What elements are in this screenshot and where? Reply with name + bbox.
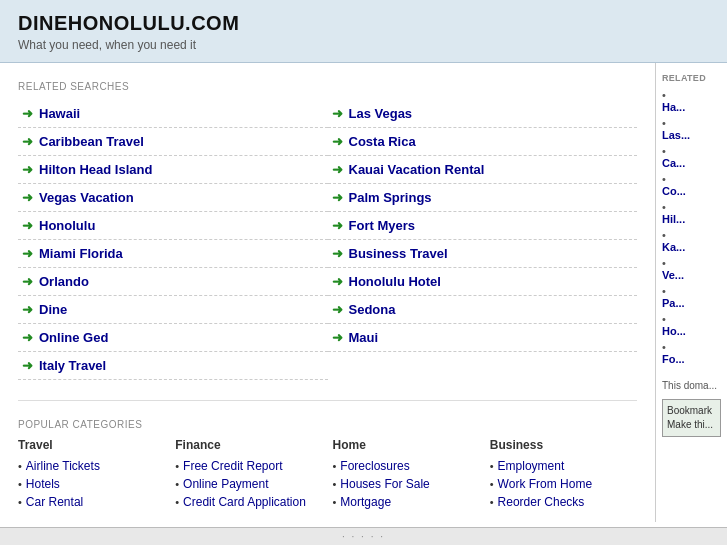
search-link-fort-myers[interactable]: Fort Myers: [349, 218, 415, 233]
list-item: Work From Home: [490, 476, 637, 491]
sidebar-related-label: RELATED: [662, 73, 721, 83]
arrow-icon: ➜: [22, 302, 33, 317]
arrow-icon: ➜: [332, 190, 343, 205]
list-item: Credit Card Application: [175, 494, 322, 509]
list-item: ➜ Business Travel: [328, 240, 638, 268]
list-item: ➜ Vegas Vacation: [18, 184, 328, 212]
list-item: Foreclosures: [333, 458, 480, 473]
searches-col1: ➜ Hawaii ➜ Caribbean Travel ➜ Hilton Hea…: [18, 100, 328, 380]
sidebar-bookmark-box[interactable]: BookmarkMake thi...: [662, 399, 721, 437]
bottom-bar: · · · · ·: [0, 527, 727, 545]
popular-categories-section: POPULAR CATEGORIES Travel Airline Ticket…: [18, 400, 637, 512]
list-item: ➜ Hawaii: [18, 100, 328, 128]
related-searches-label: RELATED SEARCHES: [18, 81, 637, 92]
sidebar-link[interactable]: Ca...: [662, 157, 721, 169]
list-item: Online Payment: [175, 476, 322, 491]
arrow-icon: ➜: [22, 190, 33, 205]
site-header: DINEHONOLULU.COM What you need, when you…: [0, 0, 727, 63]
list-item: ➜ Fort Myers: [328, 212, 638, 240]
bottom-dots: · · · · ·: [342, 531, 385, 542]
link-houses-for-sale[interactable]: Houses For Sale: [340, 477, 429, 491]
list-item: ➜ Maui: [328, 324, 638, 352]
category-travel: Travel Airline Tickets Hotels Car Rental: [18, 438, 165, 512]
search-link-dine[interactable]: Dine: [39, 302, 67, 317]
list-item: ➜ Caribbean Travel: [18, 128, 328, 156]
link-employment[interactable]: Employment: [498, 459, 565, 473]
search-link-italy-travel[interactable]: Italy Travel: [39, 358, 106, 373]
arrow-icon: ➜: [22, 330, 33, 345]
link-free-credit-report[interactable]: Free Credit Report: [183, 459, 282, 473]
search-link-palm-springs[interactable]: Palm Springs: [349, 190, 432, 205]
list-item: ➜ Kauai Vacation Rental: [328, 156, 638, 184]
search-link-costa-rica[interactable]: Costa Rica: [349, 134, 416, 149]
list-item: Hotels: [18, 476, 165, 491]
category-finance: Finance Free Credit Report Online Paymen…: [175, 438, 322, 512]
arrow-icon: ➜: [332, 162, 343, 177]
list-item: ➜ Las Vegas: [328, 100, 638, 128]
link-mortgage[interactable]: Mortgage: [340, 495, 391, 509]
search-link-maui[interactable]: Maui: [349, 330, 379, 345]
sidebar-link[interactable]: Pa...: [662, 297, 721, 309]
list-item: Car Rental: [18, 494, 165, 509]
sidebar-link[interactable]: Las...: [662, 129, 721, 141]
search-link-honolulu[interactable]: Honolulu: [39, 218, 95, 233]
sidebar-link[interactable]: Hil...: [662, 213, 721, 225]
category-heading-business: Business: [490, 438, 637, 452]
search-link-business-travel[interactable]: Business Travel: [349, 246, 448, 261]
link-work-from-home[interactable]: Work From Home: [498, 477, 592, 491]
site-subtitle: What you need, when you need it: [18, 38, 709, 52]
category-heading-travel: Travel: [18, 438, 165, 452]
search-link-las-vegas[interactable]: Las Vegas: [349, 106, 413, 121]
sidebar-link[interactable]: Fo...: [662, 353, 721, 365]
search-link-online-ged[interactable]: Online Ged: [39, 330, 108, 345]
arrow-icon: ➜: [22, 134, 33, 149]
search-link-caribbean-travel[interactable]: Caribbean Travel: [39, 134, 144, 149]
list-item: ➜ Italy Travel: [18, 352, 328, 380]
link-foreclosures[interactable]: Foreclosures: [340, 459, 409, 473]
arrow-icon: ➜: [332, 302, 343, 317]
search-link-vegas-vacation[interactable]: Vegas Vacation: [39, 190, 134, 205]
list-item: ➜ Orlando: [18, 268, 328, 296]
link-car-rental[interactable]: Car Rental: [26, 495, 83, 509]
arrow-icon: ➜: [22, 358, 33, 373]
arrow-icon: ➜: [22, 218, 33, 233]
sidebar-link[interactable]: Ho...: [662, 325, 721, 337]
sidebar-link[interactable]: Ve...: [662, 269, 721, 281]
site-title: DINEHONOLULU.COM: [18, 12, 709, 35]
list-item: Houses For Sale: [333, 476, 480, 491]
search-link-hilton-head[interactable]: Hilton Head Island: [39, 162, 152, 177]
category-home: Home Foreclosures Houses For Sale Mortga…: [333, 438, 480, 512]
search-link-honolulu-hotel[interactable]: Honolulu Hotel: [349, 274, 441, 289]
arrow-icon: ➜: [332, 274, 343, 289]
list-item: ➜ Honolulu: [18, 212, 328, 240]
list-item: Reorder Checks: [490, 494, 637, 509]
search-link-orlando[interactable]: Orlando: [39, 274, 89, 289]
search-link-sedona[interactable]: Sedona: [349, 302, 396, 317]
arrow-icon: ➜: [22, 274, 33, 289]
search-link-miami-florida[interactable]: Miami Florida: [39, 246, 123, 261]
link-credit-card[interactable]: Credit Card Application: [183, 495, 306, 509]
link-online-payment[interactable]: Online Payment: [183, 477, 268, 491]
link-reorder-checks[interactable]: Reorder Checks: [498, 495, 585, 509]
list-item: ➜ Palm Springs: [328, 184, 638, 212]
categories-grid: Travel Airline Tickets Hotels Car Rental…: [18, 438, 637, 512]
category-business: Business Employment Work From Home Reord…: [490, 438, 637, 512]
sidebar-domain-text: This doma...: [662, 379, 721, 393]
sidebar-link[interactable]: Ka...: [662, 241, 721, 253]
sidebar-link[interactable]: Co...: [662, 185, 721, 197]
list-item: ➜ Online Ged: [18, 324, 328, 352]
search-link-kauai[interactable]: Kauai Vacation Rental: [349, 162, 485, 177]
popular-categories-label: POPULAR CATEGORIES: [18, 419, 637, 430]
link-airline-tickets[interactable]: Airline Tickets: [26, 459, 100, 473]
list-item: Mortgage: [333, 494, 480, 509]
list-item: Employment: [490, 458, 637, 473]
search-link-hawaii[interactable]: Hawaii: [39, 106, 80, 121]
arrow-icon: ➜: [22, 246, 33, 261]
list-item: ➜ Sedona: [328, 296, 638, 324]
link-hotels[interactable]: Hotels: [26, 477, 60, 491]
sidebar-link[interactable]: Ha...: [662, 101, 721, 113]
right-sidebar: RELATED •Ha... •Las... •Ca... •Co... •Hi…: [655, 63, 727, 522]
main-content: RELATED SEARCHES ➜ Hawaii ➜ Caribbean Tr…: [0, 63, 655, 522]
list-item: ➜ Costa Rica: [328, 128, 638, 156]
arrow-icon: ➜: [332, 134, 343, 149]
